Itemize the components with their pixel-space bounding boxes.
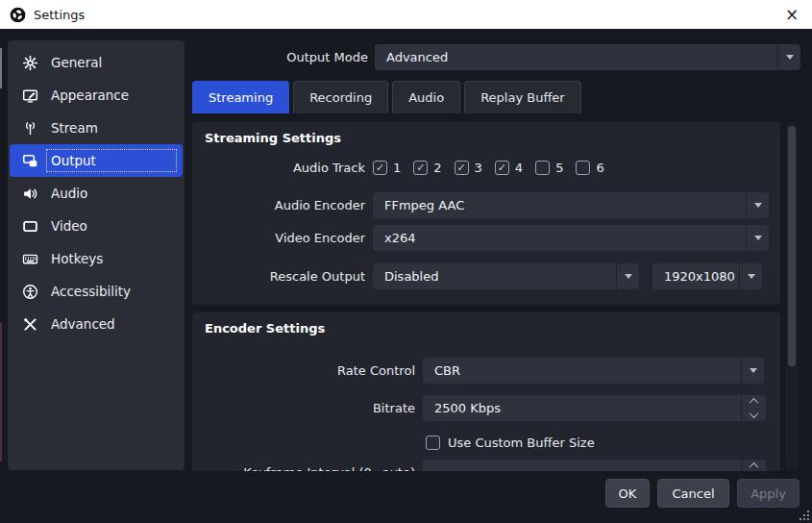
sidebar-item-advanced[interactable]: Advanced [10, 308, 183, 340]
screen-edge-artifact [0, 323, 2, 461]
window-title: Settings [34, 8, 85, 22]
tab-label: Audio [408, 90, 444, 105]
group-title: Streaming Settings [205, 131, 341, 145]
spinner-buttons [741, 460, 766, 471]
apply-button[interactable]: Apply [737, 479, 800, 508]
audio-track-label: Audio Track [192, 155, 365, 181]
spin-up-button[interactable] [742, 395, 766, 409]
sidebar-item-output[interactable]: Output [10, 144, 183, 177]
rescale-output-label: Rescale Output [192, 263, 365, 289]
rate-control-select[interactable]: CBR [423, 358, 764, 384]
spin-down-button[interactable] [742, 409, 766, 422]
output-mode-value: Advanced [375, 44, 777, 70]
audio-encoder-label: Audio Encoder [192, 192, 365, 218]
broadcast-icon [22, 120, 38, 137]
audio-track-number: 5 [555, 161, 563, 175]
audio-track-number: 4 [515, 161, 523, 175]
audio-track-checkbox-1[interactable]: 1 [373, 161, 401, 175]
audio-track-checkboxes: 1 2 3 4 5 [373, 158, 604, 177]
sidebar-item-label: Stream [48, 118, 175, 137]
chevron-down-icon [739, 263, 762, 289]
close-icon[interactable]: × [772, 0, 812, 29]
checkbox-icon[interactable] [455, 161, 469, 175]
audio-track-checkbox-2[interactable]: 2 [413, 161, 441, 175]
rescale-output-value: Disabled [373, 263, 616, 289]
scrollbar-thumb[interactable] [788, 126, 796, 366]
rescale-output-row: Rescale Output Disabled 1920x1080 [192, 263, 780, 289]
rescale-resolution-value: 1920x1080 [652, 263, 739, 289]
sidebar-item-label: Accessibility [48, 282, 175, 301]
audio-track-number: 1 [393, 161, 401, 175]
checkbox-icon[interactable] [495, 161, 509, 175]
audio-encoder-select[interactable]: FFmpeg AAC [373, 192, 769, 218]
sidebar-item-appearance[interactable]: Appearance [10, 79, 183, 112]
gear-icon [22, 55, 38, 71]
rescale-resolution-select[interactable]: 1920x1080 [652, 263, 762, 289]
checkbox-icon[interactable] [576, 161, 590, 175]
checkbox-icon[interactable] [413, 161, 428, 175]
tab-label: Replay Buffer [480, 90, 565, 105]
rate-control-value: CBR [423, 358, 741, 384]
obs-logo-icon [10, 7, 26, 23]
sidebar-item-general[interactable]: General [10, 46, 183, 79]
settings-window: Settings × General Appearance Stream [0, 0, 812, 523]
tab-streaming[interactable]: Streaming [192, 81, 289, 113]
tab-recording[interactable]: Recording [293, 81, 388, 113]
chevron-down-icon [777, 44, 800, 70]
bitrate-row: Bitrate 2500 Kbps [192, 395, 780, 421]
audio-track-checkbox-6[interactable]: 6 [576, 161, 603, 175]
encoder-settings-group: Encoder Settings Rate Control CBR Bitrat… [192, 312, 780, 471]
video-encoder-select[interactable]: x264 [373, 225, 769, 251]
tab-replay-buffer[interactable]: Replay Buffer [464, 81, 581, 113]
chevron-down-icon [746, 192, 769, 218]
bitrate-input[interactable]: 2500 Kbps [423, 395, 766, 421]
checkbox-icon[interactable] [535, 161, 550, 175]
sidebar-item-accessibility[interactable]: Accessibility [10, 275, 183, 308]
sidebar-item-label: Appearance [48, 86, 175, 105]
rescale-output-select[interactable]: Disabled [373, 263, 639, 289]
audio-track-row: Audio Track 1 2 3 [192, 155, 780, 181]
resize-grip[interactable] [800, 511, 809, 520]
screen-edge-artifact [0, 48, 2, 88]
bitrate-label: Bitrate [192, 395, 415, 421]
custom-buffer-checkbox[interactable]: Use Custom Buffer Size [426, 436, 595, 450]
settings-sidebar: General Appearance Stream Output Audio [8, 40, 185, 470]
audio-track-checkbox-3[interactable]: 3 [455, 161, 482, 175]
checkbox-icon[interactable] [426, 436, 440, 450]
tab-audio[interactable]: Audio [392, 81, 460, 113]
keyframe-interval-row: Keyframe Interval (0=auto) [192, 460, 780, 471]
titlebar: Settings × [0, 0, 812, 29]
audio-track-checkbox-5[interactable]: 5 [535, 161, 563, 175]
sidebar-item-audio[interactable]: Audio [10, 177, 183, 210]
display-icon [22, 218, 38, 235]
sidebar-item-video[interactable]: Video [10, 210, 183, 242]
audio-encoder-value: FFmpeg AAC [373, 192, 746, 218]
rate-control-label: Rate Control [192, 358, 415, 384]
sidebar-item-hotkeys[interactable]: Hotkeys [10, 242, 183, 275]
audio-track-number: 3 [475, 161, 482, 175]
accessibility-icon [22, 284, 38, 300]
sidebar-item-stream[interactable]: Stream [10, 112, 183, 144]
tab-label: Streaming [209, 90, 273, 105]
tools-icon [22, 316, 38, 333]
output-mode-label: Output Mode [221, 44, 368, 70]
chevron-down-icon [616, 263, 639, 289]
cancel-button[interactable]: Cancel [657, 479, 729, 508]
sidebar-item-label: Advanced [48, 314, 175, 334]
group-title: Encoder Settings [205, 321, 325, 336]
audio-track-number: 2 [433, 161, 441, 175]
ok-button[interactable]: OK [605, 479, 650, 508]
audio-track-checkbox-4[interactable]: 4 [495, 161, 523, 175]
output-tabs: Streaming Recording Audio Replay Buffer [192, 81, 581, 113]
sidebar-item-label: Audio [48, 184, 175, 203]
rate-control-row: Rate Control CBR [192, 358, 780, 384]
chevron-down-icon [746, 225, 769, 251]
output-icon [22, 153, 38, 169]
appearance-icon [22, 87, 38, 104]
audio-track-number: 6 [596, 161, 603, 175]
checkbox-icon[interactable] [373, 161, 387, 175]
spin-up-button[interactable] [742, 460, 766, 471]
keyframe-interval-input[interactable] [423, 460, 766, 471]
vertical-scrollbar[interactable] [786, 122, 798, 471]
output-mode-select[interactable]: Advanced [375, 44, 800, 70]
